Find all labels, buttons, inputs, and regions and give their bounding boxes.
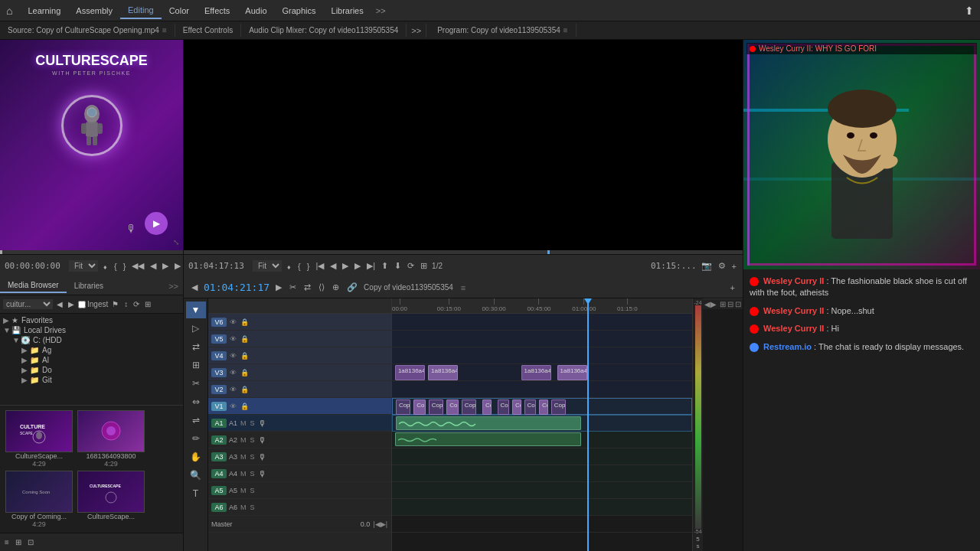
tab-audio-mixer[interactable]: Audio Clip Mixer: Copy of video113950535…: [241, 24, 407, 37]
v3-lock[interactable]: 🔒: [240, 369, 250, 377]
clip-v1-1[interactable]: Copy...: [396, 399, 411, 415]
timeline-scrollbar[interactable]: ◀ ▶ ⊞ ⊟ ⊡: [703, 298, 743, 309]
track-row-a2[interactable]: [392, 432, 692, 448]
program-in-point[interactable]: {: [296, 261, 302, 272]
tool-roll[interactable]: ⊞: [186, 357, 206, 373]
clip-v1-9[interactable]: Copy of: [524, 399, 537, 415]
location-select[interactable]: cuitur...: [3, 299, 53, 309]
tool-zoom[interactable]: 🔍: [186, 467, 206, 484]
toolbar-nav-back[interactable]: ◀: [55, 300, 64, 308]
tool-slip[interactable]: ⇔: [186, 393, 206, 410]
program-next-frame[interactable]: ▶: [353, 260, 362, 272]
clip-v1-3[interactable]: Copy...: [429, 399, 444, 415]
timeline-back-btn[interactable]: ◀: [190, 282, 199, 292]
a6-mute[interactable]: M: [240, 504, 247, 511]
a6-solo[interactable]: S: [250, 504, 256, 511]
menu-item-libraries[interactable]: Libraries: [324, 3, 371, 18]
source-play-stop[interactable]: ▶: [161, 260, 170, 272]
track-row-v5[interactable]: [392, 331, 692, 347]
a1-solo[interactable]: S: [250, 419, 256, 427]
tree-folder-ag[interactable]: ▶ 📁 Ag: [0, 345, 183, 355]
tab-source-menu[interactable]: ≡: [162, 26, 167, 34]
tab-program[interactable]: Program: Copy of video1139505354 ≡: [430, 24, 577, 37]
toolbar-nav-forward[interactable]: ▶: [67, 300, 76, 308]
timeline-add-track[interactable]: +: [729, 283, 737, 292]
track-row-v6[interactable]: [392, 314, 692, 331]
timeline-content[interactable]: 00:00 00:15:00 00:30:00: [392, 298, 692, 551]
toolbar-refresh[interactable]: ⟳: [132, 300, 141, 308]
program-camera[interactable]: 📷: [700, 260, 714, 272]
source-scrub-bar[interactable]: [0, 250, 183, 254]
scroll-right-btn[interactable]: ▶: [710, 300, 717, 308]
a2-solo[interactable]: S: [250, 436, 256, 444]
toolbar-filter[interactable]: ⚑: [110, 300, 120, 308]
clip-v3-1[interactable]: 1a8136a4093800.pn: [395, 365, 425, 380]
source-in-point[interactable]: {: [113, 261, 119, 272]
v5-lock[interactable]: 🔒: [240, 335, 250, 343]
source-video-preview[interactable]: CULTURESCAPE WITH PETER PISCHKE: [0, 40, 183, 250]
media-list-view[interactable]: ≡: [3, 538, 11, 546]
program-go-in[interactable]: |◀: [314, 260, 325, 272]
clip-v1-8[interactable]: Co...: [512, 399, 521, 415]
v6-eye[interactable]: 👁: [229, 318, 237, 326]
track-row-a1[interactable]: [392, 415, 692, 432]
tl-footer-btn1[interactable]: ⊞: [720, 300, 726, 308]
program-loop[interactable]: ⟳: [406, 260, 416, 272]
a5-mute[interactable]: M: [240, 487, 247, 494]
clip-v3-2[interactable]: 1a8136a4093800.pn: [428, 365, 458, 380]
menu-more-button[interactable]: >>: [371, 3, 390, 18]
media-browser-more[interactable]: >>: [164, 279, 183, 293]
track-row-a4[interactable]: [392, 465, 692, 482]
a1-mute[interactable]: M: [240, 419, 247, 427]
clip-a1-1[interactable]: [396, 416, 581, 430]
clip-v1-5[interactable]: Copy of...: [462, 399, 477, 415]
menu-item-effects[interactable]: Effects: [197, 3, 237, 18]
v4-lock[interactable]: 🔒: [240, 352, 250, 360]
timeline-tool1[interactable]: ✂: [288, 282, 298, 292]
program-add-plus[interactable]: +: [730, 261, 738, 272]
program-add-marker[interactable]: ⬧: [285, 261, 293, 272]
tree-favorites[interactable]: ▶ ★ Favorites: [0, 315, 183, 325]
v1-eye[interactable]: 👁: [229, 403, 237, 410]
timeline-tool2[interactable]: ⇄: [302, 282, 312, 292]
track-row-v3[interactable]: 1a8136a4093800.pn 1a8136a4093800.pn 1a81…: [392, 364, 692, 381]
media-thumb-culturescape[interactable]: CULTURE SCAPE CultureScape... 4:29: [5, 410, 74, 468]
clip-v1-2[interactable]: Copy of: [413, 399, 426, 415]
track-row-a3[interactable]: [392, 448, 692, 465]
track-row-a6[interactable]: [392, 499, 692, 516]
clip-v3-3[interactable]: 1a8136a4093800.pn: [521, 365, 551, 380]
a5-solo[interactable]: S: [250, 487, 256, 494]
tl-footer-btn2[interactable]: ⊟: [727, 300, 733, 308]
track-row-v4[interactable]: [392, 347, 692, 364]
toolbar-sort[interactable]: ↕: [122, 300, 129, 308]
clip-v1-4[interactable]: Copy of: [446, 399, 459, 415]
program-fit-select[interactable]: Fit: [253, 260, 282, 272]
source-prev-frame[interactable]: ◀◀: [130, 260, 145, 272]
clip-v1-6[interactable]: Co...: [482, 399, 492, 415]
master-btn[interactable]: |◀▶|: [372, 520, 388, 528]
v1-lock[interactable]: 🔒: [240, 403, 250, 410]
home-icon[interactable]: ⌂: [6, 5, 12, 17]
track-row-master[interactable]: [392, 516, 692, 533]
timeline-magnet[interactable]: ⊕: [331, 282, 341, 292]
a4-mute[interactable]: M: [240, 470, 247, 478]
media-thumb-1681[interactable]: 1681364093800 4:29: [77, 410, 145, 468]
track-row-v2[interactable]: [392, 381, 692, 398]
resize-handle[interactable]: ⤡: [173, 238, 179, 246]
timeline-ruler[interactable]: 00:00 00:15:00 00:30:00: [392, 298, 692, 314]
v4-eye[interactable]: 👁: [229, 352, 237, 360]
tab-libraries[interactable]: Libraries: [67, 279, 111, 292]
tool-text[interactable]: T: [186, 485, 206, 502]
source-out-point[interactable]: }: [122, 261, 128, 272]
source-prev-edit[interactable]: ◀: [149, 260, 158, 272]
a4-solo[interactable]: S: [250, 470, 256, 478]
tree-local-drives[interactable]: ▼ 💾 Local Drives: [0, 325, 183, 335]
tree-drive-c[interactable]: ▼ 💽 C: (HDD: [0, 335, 183, 345]
media-thumb-cs2[interactable]: CULTURESCAPE CultureScape...: [77, 471, 145, 528]
tab-effect-controls[interactable]: Effect Controls: [175, 24, 241, 37]
tab-program-menu[interactable]: ≡: [564, 26, 568, 34]
play-button[interactable]: ▶: [145, 212, 168, 235]
media-grid-view[interactable]: ⊞: [14, 538, 23, 546]
tool-pen[interactable]: ✏: [186, 430, 206, 447]
source-add-marker[interactable]: ⬧: [101, 261, 109, 272]
